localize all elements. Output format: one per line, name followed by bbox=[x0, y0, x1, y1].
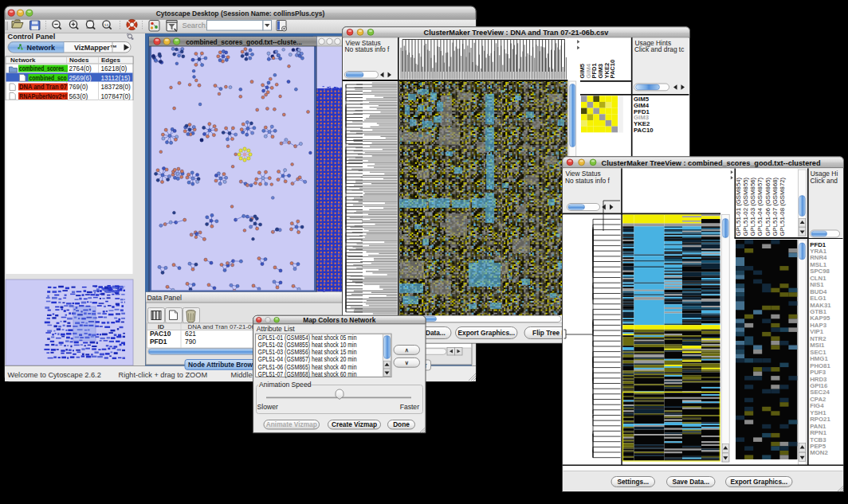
svg-text:GPL51-01 (GSM854): GPL51-01 (GSM854) bbox=[735, 177, 742, 236]
svg-text:790: 790 bbox=[185, 338, 196, 346]
svg-text:Right-click + drag to ZOOM: Right-click + drag to ZOOM bbox=[119, 371, 208, 379]
svg-text:∧: ∧ bbox=[405, 347, 409, 353]
svg-text:2569(6): 2569(6) bbox=[69, 75, 92, 82]
svg-text:DNA and Tran 07: DNA and Tran 07 bbox=[19, 84, 67, 91]
svg-text:ClusterMaker TreeView : DNA an: ClusterMaker TreeView : DNA and Tran 07-… bbox=[424, 29, 610, 37]
svg-text:GPL51-03 (GSM856) heat shock 1: GPL51-03 (GSM856) heat shock 15 min bbox=[258, 349, 357, 356]
svg-text:13112(15): 13112(15) bbox=[101, 75, 131, 82]
svg-text:MON2: MON2 bbox=[810, 449, 828, 456]
svg-text:GPL51-03 (GSM856): GPL51-03 (GSM856) bbox=[749, 177, 756, 236]
svg-text:Slower: Slower bbox=[257, 403, 278, 411]
svg-text:∨: ∨ bbox=[405, 360, 409, 365]
svg-text:Network: Network bbox=[10, 57, 36, 64]
svg-text:PAC10: PAC10 bbox=[634, 127, 654, 134]
svg-text:183728(0): 183728(0) bbox=[101, 84, 132, 91]
svg-text:Nodes: Nodes bbox=[69, 57, 89, 64]
svg-text:ClusterMaker TreeView : combin: ClusterMaker TreeView : combined_scores_… bbox=[602, 159, 821, 167]
svg-text:Create Vizmap: Create Vizmap bbox=[332, 420, 377, 428]
svg-text:621: 621 bbox=[185, 330, 196, 338]
svg-text:Control Panel: Control Panel bbox=[8, 33, 56, 41]
svg-text:VizMapper™: VizMapper™ bbox=[74, 44, 117, 52]
svg-text:combined_sco: combined_sco bbox=[29, 75, 67, 82]
svg-text:PFD1: PFD1 bbox=[150, 338, 167, 346]
svg-text:GPL51-08 (GSM872): GPL51-08 (GSM872) bbox=[779, 177, 786, 236]
svg-text:Export Graphics...: Export Graphics... bbox=[731, 478, 787, 486]
svg-text:GPL51-07 (GSM868): GPL51-07 (GSM868) bbox=[771, 177, 779, 236]
svg-text:2764(0): 2764(0) bbox=[69, 65, 92, 72]
svg-text:769(0): 769(0) bbox=[69, 84, 88, 91]
svg-text:Save Data...: Save Data... bbox=[672, 478, 709, 486]
svg-text:No status info f: No status info f bbox=[565, 177, 610, 185]
svg-text:Animate Vizmap: Animate Vizmap bbox=[266, 420, 317, 428]
svg-text:Faster: Faster bbox=[400, 403, 419, 411]
svg-text:Cytoscape Desktop (Session Nam: Cytoscape Desktop (Session Name: collins… bbox=[156, 10, 325, 18]
svg-text:107847(0): 107847(0) bbox=[101, 93, 132, 100]
svg-text:Data Panel: Data Panel bbox=[147, 294, 183, 302]
svg-text:GPL51-02 (GSM855): GPL51-02 (GSM855) bbox=[742, 177, 749, 236]
svg-text:Export Graphics...: Export Graphics... bbox=[458, 329, 515, 337]
svg-text:Click and: Click and bbox=[811, 177, 838, 185]
svg-text:16218(0): 16218(0) bbox=[101, 65, 128, 72]
svg-text:Search:: Search: bbox=[183, 21, 208, 29]
svg-text:Welcome to Cytoscape 2.6.2: Welcome to Cytoscape 2.6.2 bbox=[8, 371, 101, 379]
svg-text:GPL51-01 (GSM854) heat shock 0: GPL51-01 (GSM854) heat shock 05 min bbox=[258, 334, 357, 342]
svg-text:No status info f: No status info f bbox=[345, 45, 391, 53]
svg-text:Attribute List: Attribute List bbox=[257, 325, 295, 333]
svg-text:GPL51-06 (GSM865) heat shock 4: GPL51-06 (GSM865) heat shock 40 min bbox=[258, 364, 357, 371]
svg-text:GPL51-02 (GSM855) heat shock 1: GPL51-02 (GSM855) heat shock 10 min bbox=[258, 342, 357, 349]
svg-text:563(0): 563(0) bbox=[69, 93, 88, 100]
svg-text:combined_scores_good.txt--clus: combined_scores_good.txt--cluste... bbox=[186, 38, 302, 46]
svg-text:Map Colors to Network: Map Colors to Network bbox=[303, 316, 376, 324]
svg-text:GPL51-06 (GSM865): GPL51-06 (GSM865) bbox=[764, 177, 771, 236]
svg-text:Click and drag tc: Click and drag tc bbox=[634, 45, 684, 53]
svg-text:1:1: 1:1 bbox=[104, 24, 108, 27]
svg-text:Node Attribute Brows: Node Attribute Brows bbox=[188, 361, 257, 369]
svg-text:PAC10: PAC10 bbox=[609, 60, 616, 79]
svg-text:PAC10: PAC10 bbox=[150, 330, 171, 338]
svg-text:Done: Done bbox=[393, 420, 410, 428]
svg-text:GPL51-07 (GSM868) heat shock 6: GPL51-07 (GSM868) heat shock 60 min bbox=[258, 371, 357, 378]
svg-text:RNAPuberNov2+!: RNAPuberNov2+! bbox=[19, 93, 67, 100]
svg-text:Settings...: Settings... bbox=[617, 478, 649, 486]
svg-text:combined_scores_: combined_scores_ bbox=[19, 65, 67, 72]
svg-text:GPL51-04 (GSM857) heat shock 2: GPL51-04 (GSM857) heat shock 20 min bbox=[258, 356, 357, 363]
svg-text:Edges: Edges bbox=[101, 57, 121, 64]
svg-text:Network: Network bbox=[27, 44, 57, 52]
svg-text:Animation Speed: Animation Speed bbox=[259, 381, 312, 389]
svg-text:GPL51-04 (GSM857): GPL51-04 (GSM857) bbox=[756, 177, 764, 236]
